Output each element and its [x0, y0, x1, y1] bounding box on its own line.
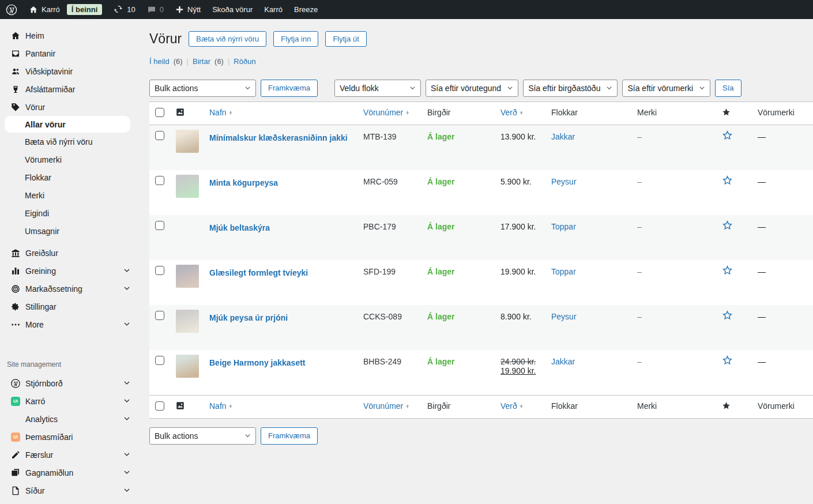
sidebar-item-marketing[interactable]: Markaðssetning [0, 280, 137, 298]
sidebar-item-payments[interactable]: Greiðslur [0, 244, 137, 262]
view-all-link[interactable]: Í heild [149, 57, 170, 66]
product-thumbnail[interactable] [176, 220, 199, 243]
row-checkbox[interactable] [155, 131, 164, 140]
add-product-button[interactable]: Bæta við nýrri vöru [189, 31, 266, 47]
sort-by-name-header[interactable]: Nafn▲▼ [209, 108, 359, 117]
product-thumbnail[interactable] [176, 265, 199, 288]
sidebar-item-media[interactable]: Gagnamiðlun [0, 464, 137, 482]
sidebar-item-settings[interactable]: Stillingar [0, 298, 137, 315]
category-link[interactable]: Peysur [551, 312, 577, 321]
view-sorting-link[interactable]: Röðun [234, 57, 255, 66]
site-name-button[interactable]: Karró [23, 0, 66, 19]
sort-by-sku-header[interactable]: Vörunúmer▲▼ [363, 401, 423, 411]
select-all-checkbox[interactable] [155, 401, 164, 411]
sidebar-subitem-attributes[interactable]: Eigindi [0, 204, 137, 222]
category-link[interactable]: Peysur [551, 177, 577, 186]
category-link[interactable]: Jakkar [551, 132, 575, 141]
sort-arrows-icon: ▲▼ [520, 111, 524, 115]
category-filter-select[interactable]: Veldu flokk [334, 80, 421, 97]
brand-filter-select[interactable]: Sía eftir vörumerki [622, 80, 710, 97]
featured-star-toggle[interactable] [722, 175, 733, 187]
featured-star-toggle[interactable] [722, 220, 733, 232]
view-published-link[interactable]: Birtar [193, 57, 210, 66]
table-row: Mjúk peysa úr prjóni CCKS-089 Á lager 8.… [149, 305, 813, 350]
sidebar-subitem-reviews[interactable]: Umsagnir [0, 222, 137, 240]
stock-header: Birgðir [427, 401, 496, 411]
sidebar-item-more[interactable]: More [0, 315, 137, 333]
product-name-link[interactable]: Mjúk peysa úr prjóni [209, 312, 288, 324]
karro-menu-button[interactable]: Karró [258, 0, 288, 19]
view-products-button[interactable]: Skoða vörur [206, 0, 258, 19]
row-checkbox[interactable] [155, 266, 164, 275]
sort-by-sku-header[interactable]: Vörunúmer▲▼ [363, 108, 423, 117]
featured-star-toggle[interactable] [722, 265, 733, 277]
row-checkbox[interactable] [155, 176, 164, 185]
environment-badge-item[interactable]: Í beinni [66, 0, 108, 19]
sidebar-item-pages[interactable]: Síður [0, 482, 137, 499]
bulk-actions-select-bottom[interactable]: Bulk actions [149, 427, 256, 445]
product-type-filter-select[interactable]: Sía eftir vörutegund [426, 80, 518, 97]
site-management-label: Site management [0, 360, 137, 368]
sidebar-subitem-all-products[interactable]: Allar vörur [5, 116, 130, 133]
updates-button[interactable]: 10 [108, 0, 141, 19]
brand-header: Vörumerki [758, 108, 808, 117]
sort-by-name-header[interactable]: Nafn▲▼ [209, 401, 359, 411]
sort-by-price-header[interactable]: Verð▲▼ [500, 108, 547, 117]
new-content-button[interactable]: Nýtt [170, 0, 206, 19]
filter-button[interactable]: Sía [715, 80, 742, 97]
category-link[interactable]: Toppar [551, 267, 576, 276]
separator: | [187, 57, 189, 66]
apply-button[interactable]: Framkvæma [261, 80, 318, 97]
featured-star-toggle[interactable] [722, 310, 733, 322]
product-thumbnail[interactable] [176, 310, 199, 333]
sidebar-subitem-brands[interactable]: Vörumerki [0, 151, 137, 168]
sidebar-item-theme-builder[interactable]: Ui Þemasmíðari [0, 428, 137, 446]
sidebar-subitem-categories[interactable]: Flokkar [0, 168, 137, 186]
comment-count: 0 [160, 5, 164, 14]
comments-button[interactable]: 0 [141, 0, 170, 19]
apply-button-bottom[interactable]: Framkvæma [261, 427, 318, 445]
featured-star-toggle[interactable] [722, 130, 733, 142]
sidebar-item-orders[interactable]: Pantanir [0, 44, 137, 62]
wordpress-menu-button[interactable] [0, 0, 23, 19]
sidebar-item-label: Stjórnborð [25, 379, 123, 388]
sidebar-item-products[interactable]: Vörur [0, 98, 137, 116]
product-name-link[interactable]: Mínímalskur klæðskerasniðinn jakki [209, 132, 348, 144]
bulk-actions-select[interactable]: Bulk actions [149, 80, 256, 97]
product-sku: CCKS-089 [363, 305, 427, 328]
product-name-link[interactable]: Minta kögurpeysa [209, 177, 278, 189]
sidebar-item-posts[interactable]: Færslur [0, 446, 137, 464]
sidebar-item-label: Analytics [25, 415, 123, 424]
sidebar-item-home[interactable]: Heim [0, 27, 137, 44]
featured-star-toggle[interactable] [722, 355, 733, 367]
sidebar-item-customers[interactable]: Viðskiptavinir [0, 62, 137, 80]
category-link[interactable]: Toppar [551, 222, 576, 231]
row-checkbox[interactable] [155, 356, 164, 365]
row-checkbox[interactable] [155, 221, 164, 230]
product-name-link[interactable]: Mjúk beltaskýra [209, 222, 270, 234]
product-thumbnail[interactable] [176, 175, 199, 198]
product-name-link[interactable]: Glæsilegt formlegt tvíeyki [209, 267, 308, 279]
row-checkbox[interactable] [155, 311, 164, 320]
sidebar-item-dashboard[interactable]: Stjórnborð [0, 374, 137, 392]
sidebar-item-label: Heim [25, 31, 130, 40]
sidebar: Heim Pantanir Viðskiptavinir Afsláttarmi… [0, 19, 137, 504]
import-button[interactable]: Flytja inn [273, 31, 318, 47]
breeze-menu-button[interactable]: Breeze [288, 0, 323, 19]
sidebar-item-analytics[interactable]: Greining [0, 262, 137, 280]
media-icon [11, 468, 20, 477]
sidebar-item-coupons[interactable]: Afsláttarmiðar [0, 80, 137, 98]
sidebar-subitem-tags[interactable]: Merki [0, 186, 137, 204]
category-link[interactable]: Jakkar [551, 357, 575, 366]
select-all-checkbox[interactable] [155, 108, 164, 117]
stock-status-filter-select[interactable]: Sía eftir birgðastöðu [523, 80, 618, 97]
sidebar-subitem-add-product[interactable]: Bæta við nýrri vöru [0, 133, 137, 151]
product-thumbnail[interactable] [176, 130, 199, 153]
product-thumbnail[interactable] [176, 355, 199, 378]
sidebar-item-analytics-site[interactable]: Analytics [0, 410, 137, 428]
sidebar-item-karro[interactable]: Ui Karró [0, 392, 137, 410]
product-name-link[interactable]: Beige Harmony jakkasett [209, 357, 306, 368]
sort-by-price-header[interactable]: Verð▲▼ [500, 401, 547, 411]
export-button[interactable]: Flytja út [325, 31, 367, 47]
chevron-down-icon [244, 431, 251, 441]
